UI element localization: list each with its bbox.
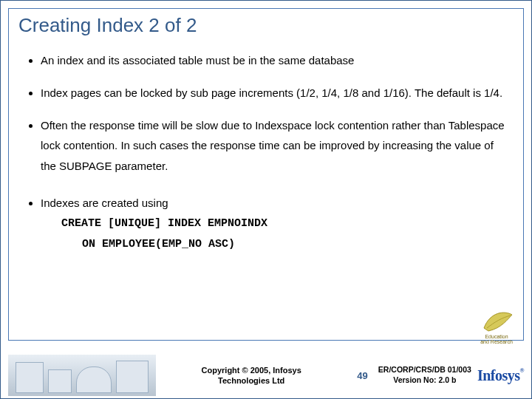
leaf-icon: [480, 309, 514, 334]
code-line: ON EMPLOYEE(EMP_NO ASC): [82, 234, 511, 256]
code-block: CREATE [UNIQUE] INDEX EMPNOINDX ON EMPLO…: [61, 214, 511, 256]
copyright: Copyright © 2005, Infosys Technologies L…: [156, 365, 347, 386]
copyright-line: Copyright © 2005, Infosys: [202, 366, 301, 375]
slide-title: Creating Index 2 of 2: [18, 14, 518, 37]
docref-line: ER/CORP/CRS/DB 01/003: [378, 365, 471, 374]
infosys-logo: Infosys®: [477, 367, 524, 384]
footer-decorative-image: [8, 355, 156, 396]
docref-line: Version No: 2.0 b: [393, 375, 456, 384]
logo-text: Infosys: [477, 367, 520, 383]
copyright-line: Technologies Ltd: [218, 376, 284, 385]
bullet-item: An index and its associated table must b…: [41, 50, 511, 71]
badge-text: Research: [491, 339, 513, 344]
bullet-item: Often the response time will be slow due…: [41, 115, 511, 177]
bullet-item: Index pages can be locked by sub page in…: [41, 83, 511, 103]
education-research-badge: Education and Research: [474, 301, 519, 345]
bullet-text: Indexes are created using: [41, 197, 168, 209]
bullets-block: An index and its associated table must b…: [21, 50, 511, 256]
code-line: CREATE [UNIQUE] INDEX EMPNOINDX: [61, 214, 511, 235]
page-number: 49: [357, 370, 367, 381]
footer: Copyright © 2005, Infosys Technologies L…: [1, 352, 531, 398]
badge-text: Education: [485, 334, 508, 339]
badge-text: and: [480, 339, 489, 344]
slide: Creating Index 2 of 2 An index and its a…: [0, 0, 532, 399]
registered-mark: ®: [520, 367, 524, 374]
bullet-item: Indexes are created using CREATE [UNIQUE…: [41, 193, 511, 256]
document-reference: ER/CORP/CRS/DB 01/003 Version No: 2.0 b: [378, 365, 471, 385]
